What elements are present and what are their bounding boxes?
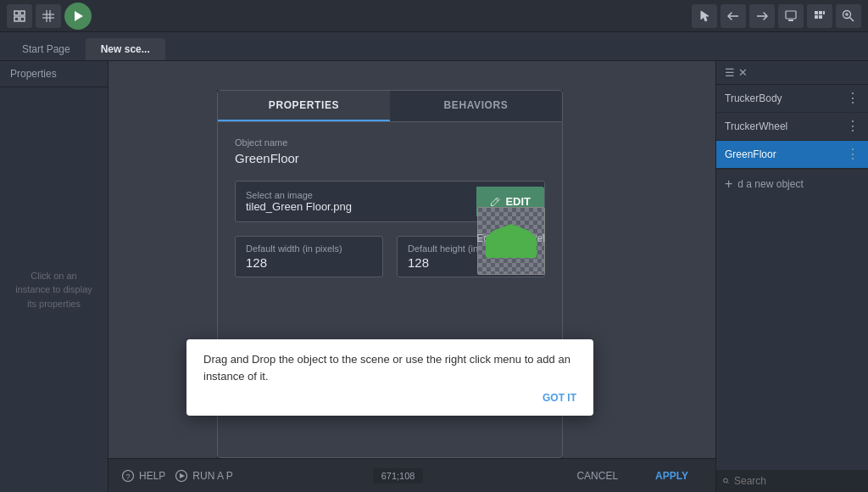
cancel-button[interactable]: CANCEL: [563, 465, 632, 487]
object-list-item-greenFloor[interactable]: GreenFloor ⋮: [716, 141, 868, 169]
tabs-row: Start Page New sce...: [0, 32, 868, 61]
add-icon: +: [725, 176, 732, 192]
svg-rect-13: [815, 11, 818, 14]
svg-rect-17: [819, 15, 822, 19]
object-name-label: Object name: [235, 137, 545, 148]
tab-start-page[interactable]: Start Page: [7, 38, 86, 60]
object-name-value: GreenFloor: [235, 151, 545, 165]
image-select-label: Select an image: [246, 190, 466, 200]
run-button[interactable]: RUN A P: [175, 470, 232, 482]
toolbar-zoom-btn[interactable]: [836, 4, 861, 28]
svg-text:?: ?: [125, 472, 130, 481]
object-list-name-truckerWheel: TruckerWheel: [725, 120, 846, 132]
right-panel-spacer: [716, 198, 868, 470]
default-width-box: Default width (in pixels) 128: [235, 236, 383, 277]
svg-line-19: [850, 17, 854, 21]
svg-rect-14: [819, 11, 822, 14]
image-select-text: Select an image tiled_Green Floor.png: [236, 182, 476, 221]
left-panel-tab: Properties: [0, 61, 108, 87]
main-layout: Properties Click on an instance to displ…: [0, 61, 868, 492]
svg-line-22: [496, 198, 498, 201]
default-width-value: 128: [246, 255, 372, 270]
object-list-name-greenFloor: GreenFloor: [725, 148, 846, 160]
toolbar-grid-view-btn[interactable]: [807, 4, 832, 28]
svg-rect-1: [20, 11, 25, 15]
search-icon: [723, 476, 729, 486]
left-panel-hint: Click on an instance to display its prop…: [14, 269, 94, 311]
object-list-dots-0[interactable]: ⋮: [846, 92, 860, 105]
right-panel-header: ☰ ✕: [716, 61, 868, 85]
toolbar-arrow-left-btn[interactable]: [721, 4, 746, 28]
svg-point-27: [724, 478, 728, 483]
svg-line-28: [727, 482, 728, 483]
toolbar-cursor-btn[interactable]: [692, 4, 717, 28]
left-panel-content: Click on an instance to display its prop…: [0, 87, 108, 492]
modal-tabs: PROPERTIES BEHAVIORS: [218, 91, 562, 122]
object-list-item-truckerBody[interactable]: TruckerBody ⋮: [716, 85, 868, 113]
search-input[interactable]: [734, 475, 861, 487]
default-width-label: Default width (in pixels): [246, 243, 372, 254]
svg-rect-2: [14, 17, 19, 21]
scene-area: PROPERTIES BEHAVIORS Object name GreenFl…: [108, 61, 715, 492]
object-list-dots-2[interactable]: ⋮: [846, 148, 860, 161]
object-list-dots-1[interactable]: ⋮: [846, 120, 860, 133]
object-list-item-truckerWheel[interactable]: TruckerWheel ⋮: [716, 113, 868, 141]
toolbar-grid2-btn[interactable]: [36, 4, 61, 28]
top-toolbar: [0, 0, 868, 32]
hint-box-gotit: GOT IT: [203, 391, 576, 404]
help-icon: ?: [122, 470, 134, 482]
toolbar-scene-btn[interactable]: [778, 4, 804, 28]
image-select-value: tiled_Green Floor.png: [246, 200, 466, 213]
svg-marker-8: [75, 11, 83, 21]
coords-display: 671;108: [373, 468, 424, 484]
run-icon: [175, 470, 187, 482]
got-it-button[interactable]: GOT IT: [542, 392, 576, 404]
modal-tab-properties[interactable]: PROPERTIES: [218, 91, 390, 121]
hint-box: Drag and Drop the object to the scene or…: [186, 339, 593, 416]
svg-rect-16: [815, 15, 818, 19]
help-button[interactable]: ? HELP: [122, 470, 165, 482]
add-object-row[interactable]: + d a new object: [716, 169, 868, 198]
toolbar-arrow-right-btn[interactable]: [749, 4, 775, 28]
modal-overlay: PROPERTIES BEHAVIORS Object name GreenFl…: [217, 90, 563, 458]
add-object-label: d a new object: [737, 178, 803, 190]
filter-icon[interactable]: ☰: [725, 66, 735, 79]
edit-icon: [490, 197, 500, 207]
svg-rect-11: [786, 11, 796, 19]
right-panel: ☰ ✕ TruckerBody ⋮ TruckerWheel ⋮ GreenFl…: [715, 61, 868, 492]
object-list-name-truckerBody: TruckerBody: [725, 92, 846, 104]
right-panel-header-icons: ☰ ✕: [725, 66, 748, 79]
svg-rect-15: [823, 11, 825, 14]
toolbar-play-btn[interactable]: [64, 3, 92, 30]
tab-new-scene[interactable]: New sce...: [86, 38, 165, 60]
image-preview: [477, 207, 545, 275]
svg-rect-3: [20, 17, 25, 21]
svg-rect-12: [788, 20, 793, 21]
toolbar-grid-btn[interactable]: [7, 4, 32, 28]
modal-tab-behaviors[interactable]: BEHAVIORS: [390, 91, 562, 121]
close-right-icon[interactable]: ✕: [738, 66, 748, 79]
hint-box-text: Drag and Drop the object to the scene or…: [203, 351, 576, 384]
svg-marker-26: [180, 473, 185, 478]
apply-button[interactable]: APPLY: [642, 465, 702, 487]
svg-rect-0: [14, 11, 19, 15]
bottom-bar: ? HELP RUN A P 671;108 CANCEL APPLY: [108, 458, 715, 492]
left-panel: Properties Click on an instance to displ…: [0, 61, 108, 492]
search-row: [716, 470, 868, 492]
